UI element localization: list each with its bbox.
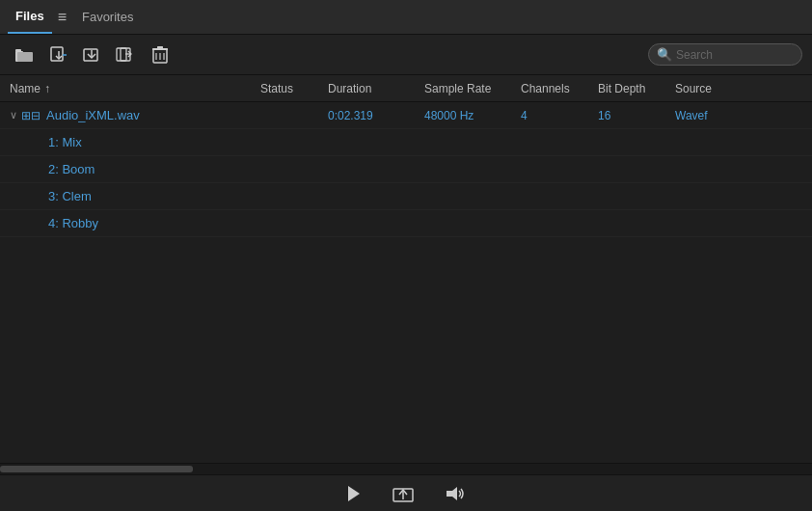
scrollbar-thumb[interactable] — [0, 466, 193, 472]
list-item[interactable]: 1: Mix — [0, 129, 812, 156]
file-samplerate: 48000 Hz — [424, 109, 521, 122]
sub-item-label: 3: Clem — [48, 189, 92, 203]
col-source-header[interactable]: Source — [675, 82, 752, 95]
list-item[interactable]: 2: Boom — [0, 156, 812, 183]
tab-favorites[interactable]: Favorites — [67, 0, 149, 34]
delete-button[interactable] — [147, 42, 174, 67]
folder-open-button[interactable] — [10, 43, 41, 67]
file-bitdepth: 16 — [598, 109, 675, 122]
col-bitdepth-header[interactable]: Bit Depth — [598, 82, 675, 95]
list-item[interactable]: 3: Clem — [0, 183, 812, 210]
svg-rect-3 — [51, 47, 63, 61]
col-status-header[interactable]: Status — [260, 82, 328, 95]
menu-icon[interactable]: ≡ — [58, 9, 67, 26]
export-button[interactable] — [385, 481, 421, 506]
file-name: Audio_iXML.wav — [46, 108, 140, 122]
search-container: 🔍 — [648, 43, 802, 66]
scrollbar-track — [0, 466, 812, 472]
play-button[interactable] — [338, 481, 369, 506]
file-channels: 4 — [521, 109, 598, 122]
svg-rect-8 — [117, 48, 126, 61]
tab-bar: Files ≡ Favorites — [0, 0, 812, 35]
svg-marker-17 — [348, 486, 360, 501]
col-channels-header[interactable]: Channels — [521, 82, 598, 95]
svg-rect-16 — [157, 46, 163, 48]
sub-item-label: 2: Boom — [48, 162, 95, 176]
svg-marker-20 — [447, 487, 457, 500]
volume-button[interactable] — [437, 481, 474, 506]
file-name-cell: ∨ ⊞⊟ Audio_iXML.wav — [10, 108, 260, 122]
toolbar: 🔍 — [0, 35, 812, 75]
list-item[interactable]: 4: Robby — [0, 210, 812, 237]
svg-rect-15 — [152, 48, 168, 50]
audio-waveform-icon: ⊞⊟ — [21, 109, 41, 122]
col-duration-header[interactable]: Duration — [328, 82, 415, 95]
column-header: Name ↑ Status Duration Sample Rate Chann… — [0, 75, 812, 102]
horizontal-scrollbar[interactable] — [0, 463, 812, 474]
ingest-button[interactable] — [77, 42, 106, 67]
col-name-header[interactable]: Name ↑ — [10, 82, 260, 95]
tab-files[interactable]: Files — [8, 0, 52, 34]
file-duration: 0:02.319 — [328, 109, 415, 122]
search-input[interactable] — [676, 48, 794, 62]
col-samplerate-header[interactable]: Sample Rate — [424, 82, 521, 95]
file-source: Wavef — [675, 109, 752, 122]
svg-rect-2 — [17, 52, 33, 62]
table-row[interactable]: ∨ ⊞⊟ Audio_iXML.wav 0:02.319 48000 Hz 4 … — [0, 102, 812, 129]
import-cursor-button[interactable] — [44, 42, 73, 67]
bottom-toolbar — [0, 474, 812, 511]
file-list: ∨ ⊞⊟ Audio_iXML.wav 0:02.319 48000 Hz 4 … — [0, 102, 812, 463]
svg-rect-1 — [15, 49, 21, 52]
col-name-sort: ↑ — [44, 82, 50, 95]
sub-item-label: 4: Robby — [48, 216, 98, 230]
col-name-label: Name — [10, 82, 41, 95]
search-icon: 🔍 — [657, 47, 672, 62]
sub-item-label: 1: Mix — [48, 135, 82, 149]
expand-icon[interactable]: ∨ — [10, 109, 17, 121]
transfer-button[interactable] — [110, 42, 143, 67]
